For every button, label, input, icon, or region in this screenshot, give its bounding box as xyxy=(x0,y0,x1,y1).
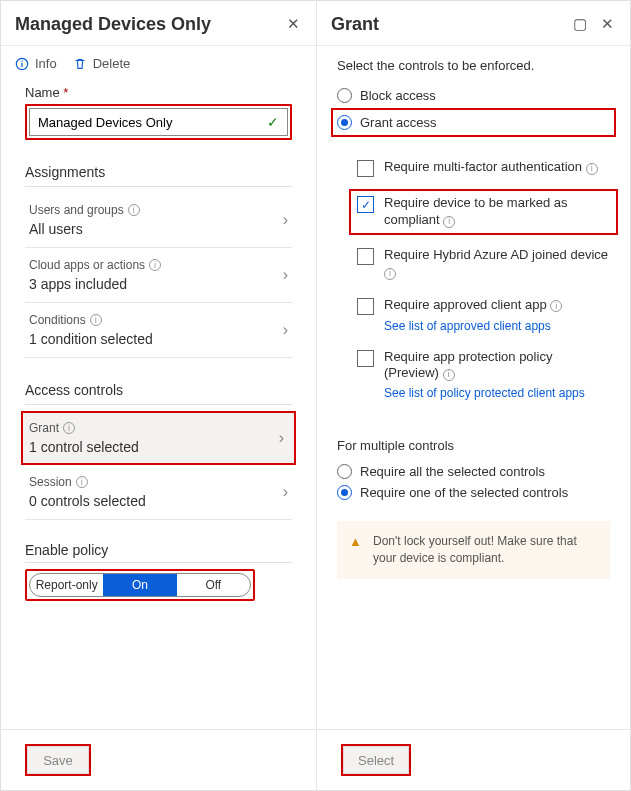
delete-button[interactable]: Delete xyxy=(73,56,131,71)
info-button[interactable]: Info xyxy=(15,56,57,71)
delete-label: Delete xyxy=(93,56,131,71)
info-label: Info xyxy=(35,56,57,71)
info-icon: i xyxy=(63,422,75,434)
checkbox-icon[interactable] xyxy=(357,196,374,213)
checkbox-icon[interactable] xyxy=(357,350,374,367)
grant-row[interactable]: Grant i 1 control selected › xyxy=(29,421,288,455)
radio-icon xyxy=(337,115,352,130)
access-controls-section-title: Access controls xyxy=(25,382,292,405)
radio-icon xyxy=(337,464,352,479)
save-button-highlight: Save xyxy=(25,744,91,776)
save-button[interactable]: Save xyxy=(27,746,89,774)
select-button-highlight: Select xyxy=(341,744,411,776)
check-protection-row[interactable]: Require app protection policy (Preview) … xyxy=(357,349,610,383)
info-icon: i xyxy=(443,369,455,381)
select-button[interactable]: Select xyxy=(343,746,409,774)
checkbox-icon[interactable] xyxy=(357,248,374,265)
grant-value: 1 control selected xyxy=(29,439,288,455)
grant-instruction: Select the controls to be enforced. xyxy=(337,58,610,73)
info-icon: i xyxy=(443,216,455,228)
grant-panel: Grant ▢ ✕ Select the controls to be enfo… xyxy=(317,1,630,790)
enable-policy-title: Enable policy xyxy=(25,542,292,563)
policy-panel: Managed Devices Only ✕ Info Delete Name … xyxy=(1,1,317,790)
warning-banner: Don't lock yourself out! Make sure that … xyxy=(337,521,610,579)
link-approved-apps[interactable]: See list of approved client apps xyxy=(384,319,551,333)
check-compliant-label: Require device to be marked as compliant xyxy=(384,195,568,227)
grant-panel-header: Grant ▢ ✕ xyxy=(317,1,630,46)
check-hybrid-row[interactable]: Require Hybrid Azure AD joined device i xyxy=(357,239,610,289)
checkbox-icon[interactable] xyxy=(357,298,374,315)
info-icon: i xyxy=(128,204,140,216)
radio-icon xyxy=(337,485,352,500)
radio-all-label: Require all the selected controls xyxy=(360,464,545,479)
trash-icon xyxy=(73,57,87,71)
segment-report-only[interactable]: Report-only xyxy=(30,574,103,596)
radio-block-label: Block access xyxy=(360,88,436,103)
cloud-apps-value: 3 apps included xyxy=(29,276,292,292)
enable-policy-highlight: Report-only On Off xyxy=(25,569,255,601)
radio-require-one[interactable]: Require one of the selected controls xyxy=(337,482,610,503)
check-approved-row[interactable]: Require approved client app i xyxy=(357,297,562,315)
check-protection-label: Require app protection policy (Preview) xyxy=(384,349,552,381)
check-mfa-row[interactable]: Require multi-factor authentication i xyxy=(357,151,610,185)
segment-off[interactable]: Off xyxy=(177,574,250,596)
session-row[interactable]: Session i 0 controls selected › xyxy=(25,465,292,520)
name-input[interactable] xyxy=(38,115,267,130)
radio-one-label: Require one of the selected controls xyxy=(360,485,568,500)
policy-toolbar: Info Delete xyxy=(1,46,316,85)
radio-require-all[interactable]: Require all the selected controls xyxy=(337,461,610,482)
grant-title: Grant xyxy=(331,14,379,35)
check-hybrid-label: Require Hybrid Azure AD joined device xyxy=(384,247,608,262)
policy-title: Managed Devices Only xyxy=(15,14,211,35)
radio-block-access[interactable]: Block access xyxy=(337,85,610,106)
svg-rect-2 xyxy=(21,60,22,61)
radio-grant-label: Grant access xyxy=(360,115,437,130)
session-value: 0 controls selected xyxy=(29,493,292,509)
info-icon: i xyxy=(149,259,161,271)
info-icon: i xyxy=(90,314,102,326)
assignments-section-title: Assignments xyxy=(25,164,292,187)
info-icon: i xyxy=(550,300,562,312)
check-mfa-label: Require multi-factor authentication xyxy=(384,159,582,174)
multiple-controls-title: For multiple controls xyxy=(337,438,610,453)
chevron-right-icon: › xyxy=(283,483,288,501)
check-compliant-highlight: Require device to be marked as compliant… xyxy=(349,189,618,235)
grant-access-highlight: Grant access xyxy=(331,108,616,137)
link-protection-apps[interactable]: See list of policy protected client apps xyxy=(384,386,585,400)
check-approved-label: Require approved client app xyxy=(384,297,547,312)
chevron-right-icon: › xyxy=(279,429,284,447)
check-icon: ✓ xyxy=(267,114,279,130)
chevron-right-icon: › xyxy=(283,321,288,339)
info-icon xyxy=(15,57,29,71)
svg-rect-1 xyxy=(21,62,22,66)
enable-policy-toggle[interactable]: Report-only On Off xyxy=(29,573,251,597)
chevron-right-icon: › xyxy=(283,211,288,229)
conditions-row[interactable]: Conditions i 1 condition selected › xyxy=(25,303,292,358)
warning-text: Don't lock yourself out! Make sure that … xyxy=(373,534,577,565)
name-field-label: Name * xyxy=(25,85,292,100)
close-icon[interactable]: ✕ xyxy=(599,13,616,35)
info-icon: i xyxy=(76,476,88,488)
users-groups-row[interactable]: Users and groups i All users › xyxy=(25,193,292,248)
maximize-icon[interactable]: ▢ xyxy=(571,13,589,35)
close-icon[interactable]: ✕ xyxy=(285,13,302,35)
radio-icon xyxy=(337,88,352,103)
cloud-apps-row[interactable]: Cloud apps or actions i 3 apps included … xyxy=(25,248,292,303)
conditions-value: 1 condition selected xyxy=(29,331,292,347)
users-groups-value: All users xyxy=(29,221,292,237)
chevron-right-icon: › xyxy=(283,266,288,284)
grant-footer: Select xyxy=(317,729,630,790)
name-field-highlight: ✓ xyxy=(25,104,292,140)
info-icon: i xyxy=(586,163,598,175)
info-icon: i xyxy=(384,268,396,280)
policy-panel-header: Managed Devices Only ✕ xyxy=(1,1,316,46)
segment-on[interactable]: On xyxy=(103,574,176,596)
policy-footer: Save xyxy=(1,729,316,790)
grant-row-highlight: Grant i 1 control selected › xyxy=(21,411,296,465)
checkbox-icon[interactable] xyxy=(357,160,374,177)
radio-grant-access[interactable]: Grant access xyxy=(337,112,610,133)
